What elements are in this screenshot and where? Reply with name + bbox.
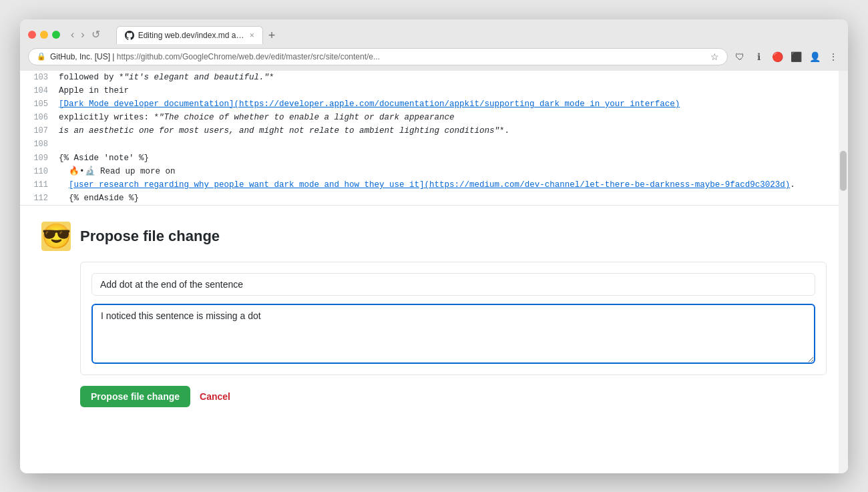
traffic-lights: [28, 31, 60, 39]
tab-title: Editing web.dev/index.md at m...: [138, 31, 246, 40]
propose-actions: Propose file change Cancel: [80, 386, 827, 407]
code-line-106: 106 explicitly writes: *"The choice of w…: [20, 111, 848, 124]
user-avatar: 😎: [41, 222, 71, 251]
code-line-108: 108: [20, 138, 848, 151]
github-favicon: [125, 31, 134, 40]
browser-titlebar: ‹ › ↺ Editing web.dev/index.md at m... ×…: [20, 19, 848, 44]
code-line-103: 103 followed by *"it's elegant and beaut…: [20, 71, 848, 84]
line-number: 106: [31, 111, 59, 124]
maximize-window-button[interactable]: [52, 31, 60, 39]
cancel-button[interactable]: Cancel: [197, 386, 233, 407]
address-text: GitHub, Inc. [US] | https://github.com/G…: [50, 52, 706, 61]
code-line-110: 110 🔥•🔬 Read up more on: [20, 165, 848, 178]
page-content: 103 followed by *"it's elegant and beaut…: [20, 71, 848, 473]
browser-window: ‹ › ↺ Editing web.dev/index.md at m... ×…: [20, 19, 848, 473]
forward-button[interactable]: ›: [78, 28, 87, 41]
url-text: https://github.com/GoogleChrome/web.dev/…: [117, 52, 380, 61]
line-number: 110: [31, 166, 59, 178]
line-content: 🔥•🔬 Read up more on: [59, 165, 837, 178]
code-line-104: 104 Apple in their: [20, 84, 848, 97]
commit-message-input[interactable]: [91, 273, 815, 296]
line-number: 107: [31, 125, 59, 138]
line-content: is an aesthetic one for most users, and …: [59, 124, 837, 138]
line-number: 109: [31, 152, 59, 165]
line-number: 112: [31, 192, 59, 205]
vpn-icon: 🔴: [771, 50, 784, 63]
line-content: {% endAside %}: [59, 192, 837, 205]
line-number: 108: [31, 138, 59, 151]
avatar-image: 😎: [41, 222, 71, 251]
security-lock-icon: 🔒: [37, 52, 46, 61]
code-line-109: 109 {% Aside 'note' %}: [20, 152, 848, 165]
address-bar[interactable]: 🔒 GitHub, Inc. [US] | https://github.com…: [28, 48, 728, 65]
user-profile-icon[interactable]: 👤: [808, 50, 821, 63]
line-content: followed by *"it's elegant and beautiful…: [59, 71, 837, 84]
code-line-107: 107 is an aesthetic one for most users, …: [20, 124, 848, 138]
minimize-window-button[interactable]: [40, 31, 48, 39]
scrollbar[interactable]: [839, 71, 848, 473]
address-bar-row: 🔒 GitHub, Inc. [US] | https://github.com…: [20, 44, 848, 71]
new-tab-button[interactable]: +: [264, 27, 280, 44]
company-label: GitHub, Inc. [US] |: [50, 52, 117, 61]
propose-form: I noticed this sentence is missing a dot: [80, 262, 827, 375]
tab-close-button[interactable]: ×: [250, 31, 254, 39]
close-window-button[interactable]: [28, 31, 36, 39]
commit-description-input[interactable]: I noticed this sentence is missing a dot: [91, 304, 815, 364]
line-content: explicitly writes: *"The choice of wheth…: [59, 111, 837, 124]
active-tab[interactable]: Editing web.dev/index.md at m... ×: [116, 26, 263, 44]
line-content: {% Aside 'note' %}: [59, 152, 837, 165]
code-line-105: 105 [Dark Mode developer documentation](…: [20, 97, 848, 111]
line-content: Apple in their: [59, 84, 837, 97]
info-icon: ℹ: [752, 50, 765, 63]
scrollbar-thumb[interactable]: [840, 151, 847, 191]
browser-toolbar-icons: 🛡 ℹ 🔴 ⬛ 👤 ⋮: [733, 50, 840, 63]
browser-controls: ‹ › ↺ Editing web.dev/index.md at m... ×…: [28, 26, 840, 44]
nav-buttons: ‹ › ↺: [68, 28, 103, 41]
propose-section: 😎 Propose file change I noticed this sen…: [20, 206, 848, 423]
shield-icon: 🛡: [733, 50, 746, 63]
extensions-icon[interactable]: ⬛: [789, 50, 803, 63]
reload-button[interactable]: ↺: [89, 28, 103, 41]
propose-file-change-button[interactable]: Propose file change: [80, 386, 190, 407]
code-editor: 103 followed by *"it's elegant and beaut…: [20, 71, 848, 206]
line-content: [Dark Mode developer documentation](http…: [59, 97, 837, 111]
line-number: 104: [31, 85, 59, 97]
code-line-112: 112 {% endAside %}: [20, 192, 848, 205]
propose-title: Propose file change: [80, 228, 220, 245]
code-line-111: 111 [user research regarding why people …: [20, 178, 848, 192]
bookmark-icon[interactable]: ☆: [710, 51, 719, 62]
back-button[interactable]: ‹: [68, 28, 77, 41]
line-content: [user research regarding why people want…: [59, 178, 837, 192]
propose-header: 😎 Propose file change: [41, 222, 827, 251]
line-number: 111: [31, 179, 59, 192]
line-number: 103: [31, 71, 59, 84]
tab-bar: Editing web.dev/index.md at m... × +: [116, 26, 280, 44]
line-number: 105: [31, 98, 59, 111]
more-options-icon[interactable]: ⋮: [827, 50, 840, 63]
line-content: [59, 138, 837, 151]
